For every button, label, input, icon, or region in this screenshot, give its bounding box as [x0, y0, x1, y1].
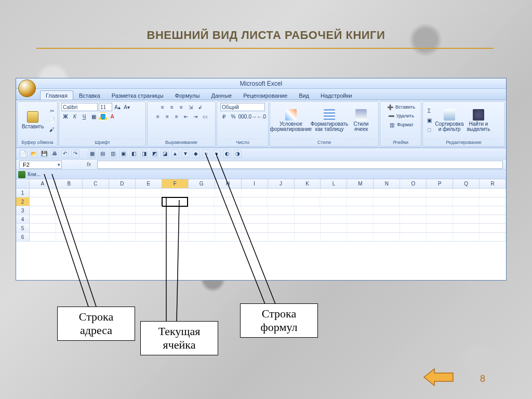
comma-button[interactable]: 000 [238, 112, 247, 121]
cell[interactable] [242, 215, 268, 223]
name-box[interactable]: F2 [19, 161, 62, 169]
cell[interactable] [162, 224, 189, 232]
cell[interactable] [453, 233, 480, 241]
cell-styles-button[interactable]: Стили ячеек [349, 108, 373, 133]
wrap-text[interactable]: ↲ [196, 103, 204, 111]
qat-btn[interactable]: ◆ [192, 150, 200, 158]
border-button[interactable]: ▦ [89, 112, 98, 121]
row-header-1[interactable]: 1 [16, 189, 30, 197]
cell[interactable] [136, 233, 162, 241]
qat-save[interactable]: 💾 [40, 150, 48, 158]
cell[interactable] [453, 189, 480, 197]
cell[interactable] [56, 224, 83, 232]
cell[interactable] [400, 197, 426, 206]
qat-btn[interactable]: ○ [202, 150, 210, 158]
cell[interactable] [268, 206, 295, 215]
formula-bar[interactable] [97, 161, 503, 169]
cell[interactable] [321, 224, 347, 232]
tab-addins[interactable]: Надстройки [315, 90, 357, 100]
cell[interactable] [347, 189, 374, 197]
cell[interactable] [162, 215, 189, 223]
col-header-N[interactable]: N [374, 179, 400, 188]
cell[interactable] [215, 233, 242, 241]
cell[interactable] [453, 215, 480, 223]
cell[interactable] [215, 215, 242, 223]
qat-btn[interactable]: ◪ [161, 150, 169, 158]
tab-pagelayout[interactable]: Разметка страницы [106, 90, 169, 100]
cell[interactable] [242, 206, 268, 215]
cell[interactable] [453, 224, 480, 232]
qat-btn[interactable]: ◨ [140, 150, 148, 158]
row-header-4[interactable]: 4 [16, 215, 30, 223]
italic-button[interactable]: К [71, 112, 79, 121]
col-header-B[interactable]: B [56, 179, 83, 188]
cell[interactable] [347, 233, 374, 241]
cell[interactable] [189, 189, 215, 197]
qat-undo[interactable]: ↶ [61, 150, 69, 158]
col-header-A[interactable]: A [30, 179, 56, 188]
cell[interactable] [374, 206, 400, 215]
row-header-5[interactable]: 5 [16, 224, 30, 232]
cell[interactable] [321, 233, 347, 241]
autosum-button[interactable]: Σ [425, 107, 433, 115]
active-cell[interactable] [162, 197, 188, 207]
qat-btn[interactable]: ▣ [119, 150, 127, 158]
cell[interactable] [400, 233, 427, 241]
cell[interactable] [426, 197, 453, 206]
tab-home[interactable]: Главная [40, 90, 73, 100]
find-select-button[interactable]: Найти и выделить [466, 108, 491, 133]
cell[interactable] [136, 206, 162, 215]
cell[interactable] [109, 197, 136, 206]
cell[interactable] [374, 224, 400, 232]
cell[interactable] [427, 224, 453, 232]
merge-button[interactable]: ▭ [201, 112, 209, 121]
cell[interactable] [295, 224, 321, 232]
row-header-3[interactable]: 3 [16, 206, 30, 215]
cell[interactable] [400, 224, 427, 232]
paste-button[interactable]: Вставить [20, 110, 46, 130]
cell[interactable] [30, 215, 56, 223]
col-header-F[interactable]: F [162, 179, 189, 188]
cell[interactable] [30, 233, 56, 241]
fill-button[interactable]: ▣ [425, 116, 433, 125]
cell[interactable] [453, 197, 479, 206]
cell[interactable] [268, 224, 295, 232]
cell[interactable] [480, 224, 506, 232]
col-header-I[interactable]: I [242, 179, 268, 188]
insert-cells[interactable]: ➕ [386, 103, 394, 111]
cell[interactable] [479, 197, 506, 206]
cell[interactable] [56, 233, 83, 241]
cut-button[interactable]: ✂ [48, 107, 56, 115]
cell[interactable] [56, 206, 83, 215]
fill-color-button[interactable]: 🪣 [99, 112, 107, 121]
col-header-P[interactable]: P [427, 179, 453, 188]
cell[interactable] [373, 197, 400, 206]
cell[interactable] [400, 206, 427, 215]
cell[interactable] [109, 189, 136, 197]
cell[interactable] [136, 189, 162, 197]
cell[interactable] [162, 206, 189, 215]
col-header-C[interactable]: C [83, 179, 109, 188]
tab-view[interactable]: Вид [293, 90, 315, 100]
font-color-button[interactable]: A [108, 112, 116, 121]
bold-button[interactable]: Ж [61, 112, 70, 121]
format-cells[interactable]: ▥ [388, 121, 396, 129]
cell[interactable] [320, 197, 347, 206]
sheet-grid[interactable]: ABCDEFGHIJKLMNOPQR 123456 [16, 179, 506, 268]
copy-button[interactable]: 📄 [48, 116, 56, 125]
font-name[interactable] [61, 103, 98, 111]
row-header-6[interactable]: 6 [16, 233, 30, 241]
cell[interactable] [83, 233, 109, 241]
col-header-L[interactable]: L [321, 179, 347, 188]
cell[interactable] [56, 215, 83, 223]
number-format[interactable] [220, 103, 265, 111]
cell[interactable] [374, 233, 400, 241]
align-right[interactable]: ≡ [172, 112, 181, 121]
select-all-corner[interactable] [16, 179, 30, 188]
cell[interactable] [162, 233, 189, 241]
qat-btn[interactable]: ▦ [88, 150, 96, 158]
grow-font-button[interactable]: A▴ [113, 103, 122, 111]
col-header-E[interactable]: E [136, 179, 162, 188]
sort-filter-button[interactable]: Сортировка и фильтр [435, 108, 463, 133]
cell[interactable] [453, 206, 480, 215]
